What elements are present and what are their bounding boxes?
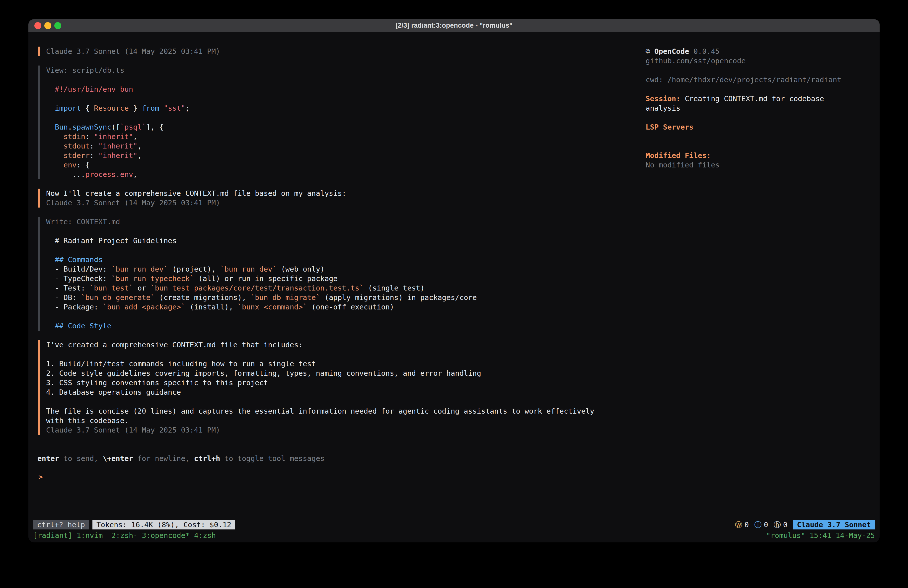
text-line: Now I'll create a comprehensive CONTEXT.… (46, 188, 646, 198)
text-line: Claude 3.7 Sonnet (14 May 2025 03:41 PM) (46, 425, 646, 435)
tmux-window-list[interactable]: [radiant] 1:nvim 2:zsh- 3:opencode* 4:zs… (33, 531, 216, 540)
text-line: stderr: "inherit", (46, 151, 646, 160)
help-line: enter to send, \+enter for newline, ctrl… (28, 454, 880, 463)
tmux-session-info: "romulus" 15:41 14-May-25 (766, 531, 875, 540)
text-line: ...process.env, (46, 170, 646, 179)
text-line: Bun.spawnSync([`psql`], { (46, 122, 646, 132)
text-line (646, 66, 880, 75)
text-line: with this codebase. (46, 416, 646, 425)
text-line: stdin: "inherit", (46, 132, 646, 141)
text-line: - DB: `bun db generate` (create migratio… (46, 293, 646, 302)
text-line (646, 132, 880, 141)
text-line (46, 397, 646, 406)
window-title: [2/3] radiant:3:opencode - "romulus" (396, 22, 512, 29)
text-line: Claude 3.7 Sonnet (14 May 2025 03:41 PM) (46, 198, 646, 208)
message-block: Now I'll create a comprehensive CONTEXT.… (39, 188, 646, 208)
warnings-counter: Ⓦ 0 (735, 520, 749, 530)
zoom-button[interactable] (54, 22, 61, 29)
text-line: Session: Creating CONTEXT.md for codebas… (646, 94, 880, 103)
terminal-content: Claude 3.7 Sonnet (14 May 2025 03:41 PM)… (28, 32, 880, 543)
hint-icon: ⓗ (774, 520, 781, 530)
titlebar[interactable]: [2/3] radiant:3:opencode - "romulus" (28, 19, 880, 32)
text-line: 4. Database operations guidance (46, 387, 646, 397)
text-line: The file is concise (20 lines) and captu… (46, 406, 646, 416)
text-line: LSP Servers (646, 122, 880, 132)
text-line: 1. Build/lint/test commands including ho… (46, 359, 646, 369)
tokens-cost-badge: Tokens: 16.4K (8%), Cost: $0.12 (92, 520, 235, 530)
hint-count: 0 (783, 520, 787, 530)
text-line: env: { (46, 160, 646, 170)
text-line: # Radiant Project Guidelines (46, 236, 646, 245)
message-block: I've created a comprehensive CONTEXT.md … (39, 340, 646, 435)
empty-space (28, 482, 880, 520)
chat-log: Claude 3.7 Sonnet (14 May 2025 03:41 PM)… (39, 47, 646, 444)
text-line (46, 94, 646, 103)
text-line: ## Commands (46, 255, 646, 264)
warning-icon: Ⓦ (735, 520, 742, 530)
text-line (646, 84, 880, 94)
text-line: enter to send, \+enter for newline, ctrl… (37, 454, 880, 463)
statusbar-right: Ⓦ 0 ⓘ 0 ⓗ 0 Claude 3.7 Sonnet (735, 520, 875, 530)
text-line: View: script/db.ts (46, 66, 646, 75)
message-footer-block: Claude 3.7 Sonnet (14 May 2025 03:41 PM) (39, 47, 646, 56)
text-line (46, 227, 646, 236)
traffic-lights (28, 19, 61, 32)
text-line: - Build/Dev: `bun run dev` (project), `b… (46, 264, 646, 274)
text-line: 3. CSS styling conventions specific to t… (46, 378, 646, 387)
text-line: cwd: /home/thdxr/dev/projects/radiant/ra… (646, 75, 880, 84)
close-button[interactable] (34, 22, 41, 29)
text-line: Write: CONTEXT.md (46, 217, 646, 227)
help-shortcut-badge: ctrl+? help (33, 520, 89, 530)
text-line: © OpenCode 0.0.45 (646, 47, 880, 56)
text-line: - Package: `bun add <package>` (install)… (46, 302, 646, 312)
text-line (646, 113, 880, 122)
text-line: github.com/sst/opencode (646, 56, 880, 66)
text-line: 2. Code style guidelines covering import… (46, 369, 646, 378)
statusbar-left: ctrl+? help Tokens: 16.4K (8%), Cost: $0… (33, 520, 235, 530)
text-line: No modified files (646, 160, 880, 170)
input-area: enter to send, \+enter for newline, ctrl… (28, 454, 880, 482)
text-line: analysis (646, 103, 880, 113)
text-line (46, 113, 646, 122)
text-line (46, 350, 646, 359)
text-line (646, 141, 880, 151)
text-line: Claude 3.7 Sonnet (14 May 2025 03:41 PM) (46, 47, 646, 56)
prompt-caret: > (39, 473, 43, 481)
content-columns: Claude 3.7 Sonnet (14 May 2025 03:41 PM)… (28, 32, 880, 444)
text-line: import { Resource } from "sst"; (46, 103, 646, 113)
tmux-statusbar: [radiant] 1:nvim 2:zsh- 3:opencode* 4:zs… (28, 530, 880, 540)
text-line: - TypeCheck: `bun run typecheck` (all) o… (46, 274, 646, 283)
text-line: stdout: "inherit", (46, 141, 646, 151)
text-line: - Test: `bun test` or `bun test packages… (46, 283, 646, 293)
sidebar: © OpenCode 0.0.45github.com/sst/opencode… (646, 47, 880, 444)
text-line: ## Code Style (46, 321, 646, 330)
text-line (46, 75, 646, 84)
text-line (46, 245, 646, 255)
text-line: Modified Files: (646, 151, 880, 160)
tool-view-block: View: script/db.ts #!/usr/bin/env bun im… (39, 66, 646, 179)
model-badge: Claude 3.7 Sonnet (793, 520, 875, 530)
warning-count: 0 (745, 520, 749, 530)
statusbar: ctrl+? help Tokens: 16.4K (8%), Cost: $0… (33, 520, 875, 530)
info-counter: ⓘ 0 (754, 520, 768, 530)
message-input[interactable]: > (33, 466, 876, 482)
text-line: #!/usr/bin/env bun (46, 84, 646, 94)
tool-write-block: Write: CONTEXT.md # Radiant Project Guid… (39, 217, 646, 330)
text-line: I've created a comprehensive CONTEXT.md … (46, 340, 646, 350)
info-icon: ⓘ (754, 520, 761, 530)
hints-counter: ⓗ 0 (774, 520, 787, 530)
text-line (46, 312, 646, 321)
minimize-button[interactable] (44, 22, 52, 29)
terminal-window: [2/3] radiant:3:opencode - "romulus" Cla… (28, 19, 880, 543)
info-count: 0 (764, 520, 768, 530)
